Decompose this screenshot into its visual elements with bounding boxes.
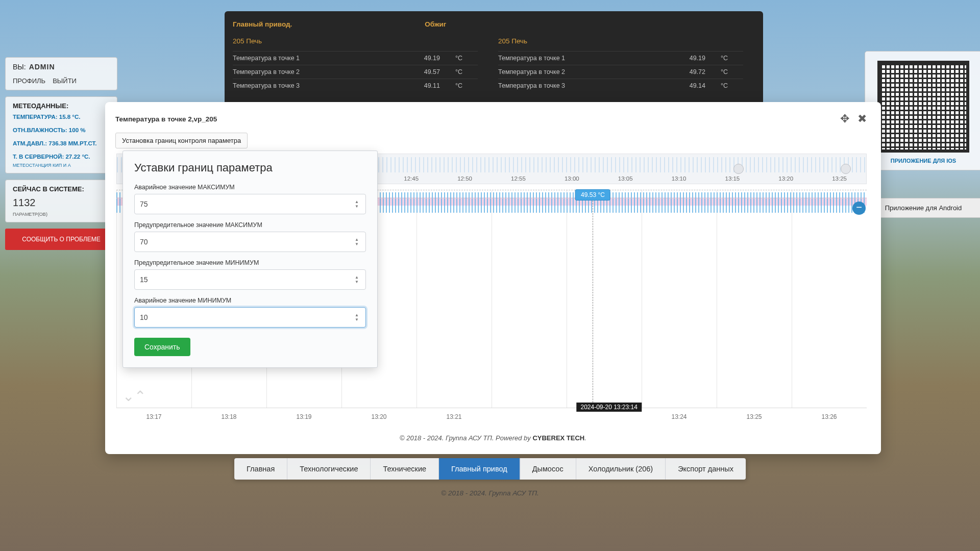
zoom-out-button[interactable]: −: [852, 202, 866, 215]
bottom-nav: Главная Технологические Технические Глав…: [234, 458, 746, 480]
alarm-min-label: Аварийное значение МИНИМУМ: [134, 297, 366, 304]
navigator-handle-right[interactable]: [841, 164, 851, 174]
alarm-min-input[interactable]: [134, 307, 366, 328]
user-you-label: ВЫ:: [13, 63, 26, 71]
warn-min-label: Предупредительное значение МИНИМУМ: [134, 259, 366, 266]
card-tab-right[interactable]: Обжиг: [425, 20, 446, 28]
android-app-button[interactable]: Приложение для Android: [865, 198, 980, 218]
profile-link[interactable]: ПРОФИЛЬ: [13, 77, 45, 85]
table-row[interactable]: Температура в точке 2 49.72 °C: [498, 65, 743, 79]
table-row[interactable]: Температура в точке 3 49.14 °C: [498, 79, 743, 92]
spinner-icon[interactable]: ▲▼: [355, 199, 360, 209]
meteo-source: МЕТЕОСТАНЦИЯ КИП И А: [13, 163, 110, 168]
alarm-max-input[interactable]: [134, 194, 366, 214]
user-panel: ВЫ: ADMIN ПРОФИЛЬ ВЫЙТИ: [5, 57, 117, 90]
table-row[interactable]: Температура в точке 2 49.57 °C: [233, 65, 478, 79]
nav-main-drive[interactable]: Главный привод: [439, 458, 520, 480]
spinner-icon[interactable]: ▲▼: [355, 275, 360, 284]
meteo-title: МЕТЕОДАННЫЕ:: [13, 102, 110, 110]
nav-fan[interactable]: Дымосос: [520, 458, 576, 480]
limits-settings-button[interactable]: Установка границ контроля параметра: [115, 133, 248, 148]
section-title-right: 205 Печь: [498, 37, 743, 45]
modal-title: Температура в точке 2,vp_205: [115, 115, 217, 123]
user-name: ADMIN: [29, 63, 55, 71]
logout-link[interactable]: ВЫЙТИ: [53, 77, 77, 85]
card-tab-left[interactable]: Главный привод.: [233, 20, 292, 28]
system-count: 1132: [13, 197, 110, 209]
spinner-icon[interactable]: ▲▼: [355, 237, 360, 246]
nav-fridge[interactable]: Холодильник (206): [576, 458, 666, 480]
save-button[interactable]: Сохранить: [134, 338, 190, 356]
system-sub: ПАРАМЕТР(ОВ): [13, 212, 110, 217]
warn-min-input[interactable]: [134, 269, 366, 290]
nav-export[interactable]: Экспорт данных: [666, 458, 746, 480]
qr-panel: ПРИЛОЖЕНИЕ ДЛЯ IOS: [865, 51, 980, 170]
meteo-server-t: Т. В СЕРВЕРНОЙ: 27.22 °C.: [13, 154, 110, 160]
limits-popover: Уставки границ параметра Аварийное значе…: [122, 151, 378, 368]
nav-home[interactable]: Главная: [234, 458, 287, 480]
meteo-panel: МЕТЕОДАННЫЕ: ТЕМПЕРАТУРА: 15.8 °C. ОТН.В…: [5, 96, 117, 173]
meteo-humidity: ОТН.ВЛАЖНОСТЬ: 100 %: [13, 127, 110, 133]
move-icon[interactable]: ✥: [840, 112, 849, 126]
warn-max-input[interactable]: [134, 232, 366, 252]
section-title-left: 205 Печь: [233, 37, 478, 45]
page-footer: © 2018 - 2024. Группа АСУ ТП.: [0, 489, 980, 497]
navigator-handle-left[interactable]: [733, 164, 744, 174]
data-col-right: 205 Печь Температура в точке 1 49.19 °C …: [498, 37, 743, 92]
alarm-max-label: Аварийное значение МАКСИМУМ: [134, 184, 366, 191]
spinner-icon[interactable]: ▲▼: [355, 313, 360, 322]
close-icon[interactable]: ✖: [857, 112, 867, 126]
ios-app-link[interactable]: ПРИЛОЖЕНИЕ ДЛЯ IOS: [871, 158, 975, 164]
table-row[interactable]: Температура в точке 3 49.11 °C: [233, 79, 478, 92]
popover-title: Уставки границ параметра: [134, 161, 366, 174]
chart-crosshair: [593, 190, 593, 408]
report-problem-button[interactable]: СООБЩИТЬ О ПРОБЛЕМЕ: [5, 229, 117, 250]
chart-x-ticks: 13:17 13:18 13:19 13:20 13:21 13:24 13:2…: [116, 413, 867, 420]
vr-icon: ⌄⌃: [122, 388, 146, 405]
data-col-left: 205 Печь Температура в точке 1 49.19 °C …: [233, 37, 478, 92]
system-title: СЕЙЧАС В СИСТЕМЕ:: [13, 185, 110, 193]
nav-tech2[interactable]: Технические: [371, 458, 439, 480]
table-row[interactable]: Температура в точке 1 49.19 °C: [233, 51, 478, 65]
modal-footer: © 2018 - 2024. Группа АСУ ТП. Powered by…: [105, 434, 881, 442]
warn-max-label: Предупредительное значение МАКСИМУМ: [134, 221, 366, 229]
chart-crosshair-xlabel: 2024-09-20 13:23:14: [576, 403, 641, 412]
system-panel: СЕЙЧАС В СИСТЕМЕ: 1132 ПАРАМЕТР(ОВ): [5, 180, 117, 222]
table-row[interactable]: Температура в точке 1 49.19 °C: [498, 51, 743, 65]
meteo-pressure: АТМ.ДАВЛ.: 736.38 ММ.РТ.СТ.: [13, 140, 110, 146]
nav-tech1[interactable]: Технологические: [287, 458, 371, 480]
qr-code-icon: [877, 61, 969, 153]
meteo-temp: ТЕМПЕРАТУРА: 15.8 °C.: [13, 114, 110, 120]
chart-tooltip: 49.53 °C: [575, 189, 610, 201]
